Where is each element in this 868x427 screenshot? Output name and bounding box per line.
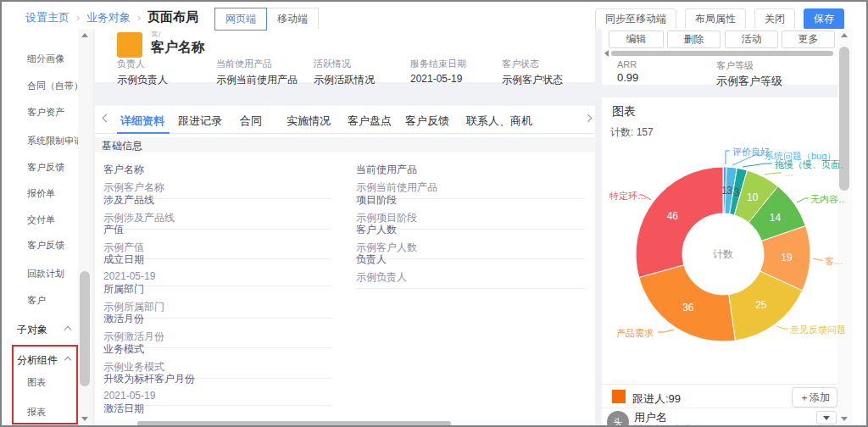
pie-slice-8[interactable]	[636, 167, 723, 277]
customer-name-title: 客户名称	[151, 39, 205, 57]
tab-contract[interactable]: 合同	[240, 114, 262, 129]
annotation-highlight-box	[12, 345, 78, 424]
scroll-down-icon[interactable]	[81, 417, 88, 421]
breadcrumb-separator-icon: ›	[137, 12, 141, 24]
donut-center-label: 计数	[713, 248, 733, 260]
sidebar-scrollbar-thumb[interactable]	[80, 271, 90, 386]
sidebar-scrollbar[interactable]	[78, 29, 92, 425]
field-label: 客户名称	[103, 163, 332, 177]
sidebar-item-customer-feedback-2[interactable]: 客户反馈	[27, 239, 64, 252]
more-button[interactable]: 更多	[782, 30, 835, 48]
sidebar-item-segment-profile[interactable]: 细分画像	[27, 53, 64, 65]
field-label: 业务模式	[103, 342, 332, 357]
header-field: 负责人 示例负责人	[117, 58, 212, 87]
breadcrumb-separator-icon: ›	[76, 12, 80, 24]
tab-customer-feedback[interactable]: 客户反馈	[405, 114, 449, 129]
layout-properties-button[interactable]: 布局属性	[685, 8, 746, 30]
top-actions: 同步至移动端 布局属性 关闭 保存	[595, 8, 844, 30]
sync-to-mobile-button[interactable]: 同步至移动端	[595, 8, 676, 30]
field-label: 客户状态	[502, 58, 597, 70]
sidebar-item-delivery[interactable]: 交付单	[27, 214, 55, 226]
chart-title: 图表	[612, 104, 636, 119]
field-label: 项目阶段	[356, 193, 585, 208]
user-row[interactable]: 头 用户名 职位名称 负责人	[602, 408, 845, 425]
field-value: 示例负责人	[117, 73, 212, 87]
pie-value-label: 3	[734, 186, 740, 198]
sidebar-item-customer-feedback[interactable]: 客户反馈	[27, 161, 64, 174]
pie-value-label: 10	[747, 191, 759, 203]
form-field: 激活日期2021-05-19	[103, 402, 332, 420]
sidebar-item-customer-assets[interactable]: 客户资产	[27, 106, 64, 119]
detail-card: 详细资料 跟进记录 合同 实施情况 客户盘点 客户反馈 联系人、商机 基础信息 …	[95, 106, 595, 420]
chevron-down-icon	[823, 416, 830, 420]
sidebar-item-quotation[interactable]: 报价单	[27, 187, 55, 200]
tab-follow-records[interactable]: 跟进记录	[178, 114, 222, 129]
chart-count-text: 计数: 157	[610, 125, 654, 140]
tab-contacts-opportunity[interactable]: 联系人、商机	[466, 114, 532, 129]
user-dropdown-button[interactable]	[816, 411, 837, 424]
tabs-next-icon[interactable]	[584, 114, 593, 123]
delete-button[interactable]: 删除	[667, 30, 721, 48]
save-button[interactable]: 保存	[804, 8, 844, 30]
scroll-up-icon[interactable]	[81, 33, 88, 37]
field-label: 客户等级	[716, 59, 782, 72]
followup-label: 跟进人:99	[632, 391, 681, 407]
field-label: 激活日期	[103, 402, 332, 416]
callout-label: 产品需求	[616, 327, 654, 340]
activity-button[interactable]: 活动	[725, 30, 778, 48]
user-subtitle: 职位名称 负责人	[634, 423, 702, 427]
followup-swatch	[612, 390, 626, 403]
main-hscrollbar-thumb[interactable]	[137, 421, 451, 426]
scroll-down-icon[interactable]	[841, 417, 848, 421]
content-area: 客/ 客户名称 负责人 示例负责人 当前使用产品 示例当前使用产品 活跃情况 示…	[92, 29, 839, 427]
close-button[interactable]: 关闭	[754, 8, 795, 30]
tab-customer-review[interactable]: 客户盘点	[348, 114, 392, 129]
callout-label: 特定环…	[609, 190, 647, 202]
pie-value-label: 36	[682, 302, 694, 313]
panel-scrollbar[interactable]	[837, 29, 852, 425]
view-toggle: 网页端 移动端	[214, 8, 319, 30]
sidebar-group-subobject[interactable]: 子对象	[17, 323, 47, 337]
field-label: 负责人	[117, 58, 212, 70]
main-horizontal-scrollbar[interactable]	[95, 420, 595, 427]
field-label: 负责人	[356, 252, 585, 267]
actions-hscrollbar-thumb[interactable]	[611, 51, 833, 56]
add-followup-button[interactable]: ＋添加	[792, 387, 837, 408]
actions-horizontal-scrollbar[interactable]	[604, 50, 843, 57]
callout-label: 客…	[825, 255, 843, 268]
tab-detail-info[interactable]: 详细资料	[120, 114, 164, 129]
form-field: 成立日期2021-05-19	[103, 252, 332, 286]
sidebar-item-contract-builtin[interactable]: 合同（自带）	[27, 80, 78, 92]
breadcrumb-home[interactable]: 设置主页	[25, 10, 70, 25]
tabs-prev-icon[interactable]	[103, 114, 111, 123]
breadcrumb-business-object[interactable]: 业务对象	[86, 10, 131, 25]
field-value: 示例当前使用产品	[216, 73, 311, 87]
header-field: 当前使用产品 示例当前使用产品	[216, 58, 311, 87]
edit-button[interactable]: 编辑	[609, 30, 664, 48]
sidebar-item-payment-plan[interactable]: 回款计划	[27, 268, 64, 280]
section-title: 基础信息	[102, 139, 142, 153]
header-field: 服务结束日期 2021-05-19	[410, 58, 505, 85]
field-value: 0.99	[617, 71, 638, 84]
sidebar-item-system-limit[interactable]: 系统限制申请明细	[27, 135, 80, 147]
field-label: 当前使用产品	[216, 58, 311, 70]
scroll-left-icon[interactable]	[604, 50, 609, 57]
tab-implementation[interactable]: 实施情况	[287, 114, 331, 129]
form-field: 升级为标杆客户月份2021-05-19	[103, 372, 332, 406]
field-label: 产值	[103, 223, 332, 237]
chart-card: 图表 计数: 157 133101419253646 计数 评价良好 系统问题（…	[602, 97, 845, 427]
toggle-web-button[interactable]: 网页端	[214, 8, 267, 30]
donut-chart[interactable]: 133101419253646 计数	[602, 144, 845, 398]
followup-row: 跟进人:99 ＋添加	[602, 384, 845, 408]
collapse-icon[interactable]	[64, 326, 71, 333]
user-avatar: 头	[607, 411, 629, 427]
field-label: ARR	[617, 59, 638, 69]
active-tab-underline	[117, 132, 170, 134]
scroll-up-icon[interactable]	[841, 33, 848, 37]
sidebar-item-customer[interactable]: 客户	[27, 294, 46, 307]
field-label: 成立日期	[103, 252, 332, 267]
sidebar-group-subobject-label: 子对象	[17, 324, 47, 336]
toggle-mobile-button[interactable]: 移动端	[266, 8, 319, 30]
customer-header-card: 客/ 客户名称 负责人 示例负责人 当前使用产品 示例当前使用产品 活跃情况 示…	[95, 29, 595, 82]
field-label: 所属部门	[103, 282, 332, 297]
